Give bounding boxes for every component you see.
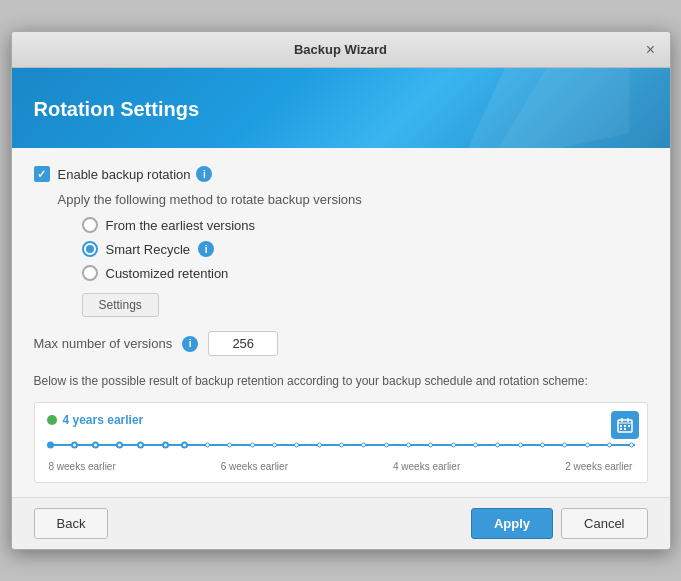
timeline-label: 4 years earlier [47,413,635,427]
page-title: Rotation Settings [34,98,200,121]
radio-earliest-label: From the earliest versions [106,218,256,233]
radio-smart-label: Smart Recycle [106,242,191,257]
max-versions-row: Max number of versions i [34,331,648,356]
svg-rect-4 [620,425,622,427]
svg-rect-8 [624,428,626,430]
title-bar: Backup Wizard × [12,32,670,68]
tick-label-4w: 4 weeks earlier [393,461,460,472]
max-versions-info-icon[interactable]: i [182,336,198,352]
green-dot [47,415,57,425]
max-versions-input[interactable] [208,331,278,356]
rotation-method-group: From the earliest versions Smart Recycle… [82,217,648,281]
tick-label-6w: 6 weeks earlier [221,461,288,472]
tick-label-2w: 2 weeks earlier [565,461,632,472]
cancel-button[interactable]: Cancel [561,508,647,539]
enable-rotation-info-icon[interactable]: i [196,166,212,182]
header-banner: Rotation Settings [12,68,670,148]
footer: Back Apply Cancel [12,497,670,549]
max-versions-label: Max number of versions [34,336,173,351]
backup-wizard-dialog: Backup Wizard × Rotation Settings ✓ Enab… [11,31,671,550]
enable-rotation-row: ✓ Enable backup rotation i [34,166,648,182]
footer-right: Apply Cancel [471,508,648,539]
radio-custom-row[interactable]: Customized retention [82,265,648,281]
svg-rect-7 [620,428,622,430]
footer-left: Back [34,508,109,539]
close-button[interactable]: × [642,41,660,59]
dialog-title: Backup Wizard [294,42,387,57]
svg-rect-6 [628,425,630,427]
settings-button[interactable]: Settings [82,293,159,317]
radio-smart-row[interactable]: Smart Recycle i [82,241,648,257]
retention-description: Below is the possible result of backup r… [34,372,648,390]
method-description: Apply the following method to rotate bac… [58,192,648,207]
back-button[interactable]: Back [34,508,109,539]
enable-rotation-checkbox[interactable]: ✓ [34,166,50,182]
radio-smart[interactable] [82,241,98,257]
radio-custom-label: Customized retention [106,266,229,281]
radio-custom[interactable] [82,265,98,281]
tick-label-8w: 8 weeks earlier [49,461,116,472]
content-area: ✓ Enable backup rotation i Apply the fol… [12,148,670,497]
svg-rect-5 [624,425,626,427]
timeline-track [47,435,635,455]
radio-earliest-row[interactable]: From the earliest versions [82,217,648,233]
timeline-container: 4 years earlier [34,402,648,483]
enable-rotation-label: Enable backup rotation [58,167,191,182]
radio-earliest[interactable] [82,217,98,233]
apply-button[interactable]: Apply [471,508,553,539]
timeline-labels: 8 weeks earlier 6 weeks earlier 4 weeks … [47,461,635,472]
smart-recycle-info-icon[interactable]: i [198,241,214,257]
